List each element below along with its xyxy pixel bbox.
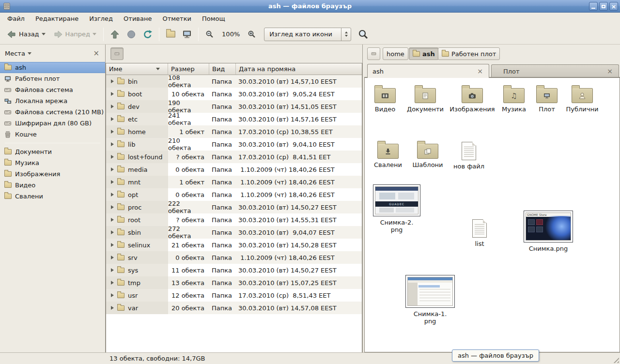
menu-item-bookmarks[interactable]: Отметки — [157, 14, 196, 24]
folder-desktop[interactable]: Плот — [527, 84, 567, 113]
file-new-file[interactable]: нов файл — [448, 140, 490, 170]
column-header-type[interactable]: Вид — [209, 63, 236, 75]
table-row[interactable]: boot 10 обекта Папка 30.03.2010 (вт) 9,0… — [106, 88, 362, 100]
table-row[interactable]: dev 190 обекта Папка 30.03.2010 (вт) 14,… — [106, 100, 362, 113]
tab-ash[interactable]: ash × — [367, 64, 489, 78]
sidebar-item-documents[interactable]: Документи — [0, 146, 105, 157]
sidebar-item-downloads[interactable]: Свалени — [0, 191, 105, 202]
expander-icon[interactable] — [111, 205, 114, 209]
folder-video[interactable]: Видео — [365, 84, 405, 113]
pathbar-home-button[interactable]: home — [383, 47, 408, 60]
pathbar-ash-button[interactable]: ash — [409, 47, 439, 60]
expander-icon[interactable] — [111, 180, 114, 184]
menu-item-file[interactable]: Файл — [2, 14, 30, 24]
sidebar-title-dropdown[interactable]: Места — [5, 50, 31, 57]
folder-pictures[interactable]: Изображения — [452, 84, 493, 113]
expander-icon[interactable] — [111, 230, 114, 234]
expander-icon[interactable] — [111, 293, 114, 297]
table-row[interactable]: sys 11 обекта Папка 30.03.2010 (вт) 14,5… — [106, 264, 362, 276]
table-row[interactable]: root ? обекта Папка 30.03.2010 (вт) 14,5… — [106, 213, 362, 226]
expander-icon[interactable] — [111, 155, 114, 159]
sidebar-item-desktop[interactable]: Работен плот — [0, 73, 105, 84]
sidebar-item-network[interactable]: Локална мрежа — [0, 95, 105, 106]
sidebar-item-video[interactable]: Видео — [0, 180, 105, 191]
forward-button[interactable]: Напред — [49, 26, 100, 43]
zoom-out-button[interactable] — [202, 26, 218, 43]
table-row[interactable]: usr 12 обекта Папка 17.03.2010 (ср) 8,51… — [106, 289, 362, 302]
table-row[interactable]: selinux 21 обекта Папка 30.03.2010 (вт) … — [106, 239, 362, 251]
up-button[interactable] — [107, 26, 123, 43]
table-row[interactable]: etc 241 обекта Папка 30.03.2010 (вт) 14,… — [106, 113, 362, 125]
pathbar-root-button[interactable] — [367, 47, 380, 60]
file-snimka-1-png[interactable]: Снимка-1.png — [405, 275, 455, 325]
computer-button[interactable] — [179, 26, 195, 43]
menu-item-view[interactable]: Изглед — [84, 14, 118, 24]
table-row[interactable]: lib 210 обекта Папка 30.03.2010 (вт) 9,0… — [106, 138, 362, 151]
table-row[interactable]: sbin 272 обекта Папка 30.03.2010 (вт) 9,… — [106, 226, 362, 239]
sidebar-item-filesystem-210mb[interactable]: Файлова система (210 MB) — [0, 106, 105, 118]
folder-public[interactable]: Публични — [562, 84, 603, 113]
expander-icon[interactable] — [111, 79, 114, 83]
search-button[interactable] — [355, 26, 372, 43]
sidebar-item-filesystem[interactable]: Файлова система — [0, 84, 105, 95]
tab-desktop[interactable]: Плот × — [491, 64, 619, 77]
file-type: Папка — [209, 75, 236, 88]
file-snimka-png[interactable]: GNOME Store Снимка.png — [523, 211, 574, 253]
table-row[interactable]: mnt 1 обект Папка 1.10.2009 (чт) 18,40,2… — [106, 176, 362, 188]
sidebar-close-button[interactable]: × — [91, 49, 101, 58]
table-row[interactable]: proc 222 обекта Папка 30.03.2010 (вт) 14… — [106, 201, 362, 213]
tab-close-icon[interactable]: × — [476, 68, 484, 75]
stop-button[interactable] — [123, 26, 140, 43]
sidebar-item-encrypted-80gb[interactable]: Шифриран дял (80 GB) — [0, 118, 105, 129]
expander-icon[interactable] — [111, 167, 114, 171]
resize-grip[interactable] — [612, 356, 619, 363]
expander-icon[interactable] — [111, 142, 114, 146]
expander-icon[interactable] — [111, 243, 114, 247]
zoom-in-button[interactable] — [244, 26, 260, 43]
sidebar-item-trash[interactable]: Кошче — [0, 129, 105, 140]
file-list[interactable]: list — [460, 217, 499, 248]
expander-icon[interactable] — [111, 130, 114, 134]
maximize-button[interactable] — [599, 2, 608, 11]
table-row[interactable]: home 1 обект Папка 17.03.2010 (ср) 10,38… — [106, 125, 362, 138]
expander-icon[interactable] — [111, 117, 114, 121]
tab-close-icon[interactable]: × — [606, 68, 614, 75]
sidebar-item-label: Файлова система — [15, 86, 73, 93]
pathbar-filesystem-button[interactable] — [110, 47, 124, 60]
menu-item-edit[interactable]: Редактиране — [30, 14, 84, 24]
minimize-button[interactable] — [589, 2, 598, 11]
pathbar-desktop-button[interactable]: Работен плот — [438, 47, 500, 60]
folder-documents[interactable]: Документи — [404, 84, 446, 113]
view-mode-combobox[interactable]: Изглед като икони — [264, 28, 351, 41]
table-row[interactable]: srv 0 обекта Папка 1.10.2009 (чт) 18,40,… — [106, 251, 362, 264]
expander-icon[interactable] — [111, 306, 114, 310]
menu-item-help[interactable]: Помощ — [197, 14, 231, 24]
expander-icon[interactable] — [111, 193, 114, 197]
sidebar-item-ash[interactable]: ash — [0, 62, 105, 73]
expander-icon[interactable] — [111, 268, 114, 272]
column-header-date[interactable]: Дата на промяна — [236, 63, 362, 75]
table-row[interactable]: tmp 13 обекта Папка 30.03.2010 (вт) 15,0… — [106, 276, 362, 289]
home-button[interactable] — [162, 26, 179, 43]
folder-downloads[interactable]: Свалени — [367, 140, 409, 169]
back-button[interactable]: Назад — [3, 26, 49, 43]
sidebar-item-pictures[interactable]: Изображения — [0, 168, 105, 180]
expander-icon[interactable] — [111, 218, 114, 222]
expander-icon[interactable] — [111, 281, 114, 285]
expander-icon[interactable] — [111, 256, 114, 259]
close-button[interactable]: × — [609, 2, 618, 11]
sidebar-item-music[interactable]: Музика — [0, 157, 105, 168]
reload-button[interactable] — [140, 26, 156, 43]
folder-templates[interactable]: Шаблони — [407, 140, 449, 169]
table-row[interactable]: media 0 обекта Папка 1.10.2009 (чт) 18,4… — [106, 163, 362, 176]
menu-item-go[interactable]: Отиване — [118, 14, 157, 24]
file-snimka-2-png[interactable]: GUADEC Снимка-2.png — [373, 184, 420, 234]
expander-icon[interactable] — [111, 92, 114, 96]
table-row[interactable]: opt 0 обекта Папка 1.10.2009 (чт) 18,40,… — [106, 188, 362, 201]
table-row[interactable]: lost+found ? обекта Папка 17.03.2010 (ср… — [106, 151, 362, 163]
table-row[interactable]: bin 108 обекта Папка 30.03.2010 (вт) 14,… — [106, 75, 362, 88]
table-row[interactable]: var 20 обекта Папка 30.03.2010 (вт) 14,5… — [106, 302, 362, 314]
column-header-name[interactable]: Име — [106, 63, 168, 75]
expander-icon[interactable] — [111, 105, 114, 108]
column-header-size[interactable]: Размер — [168, 63, 209, 75]
